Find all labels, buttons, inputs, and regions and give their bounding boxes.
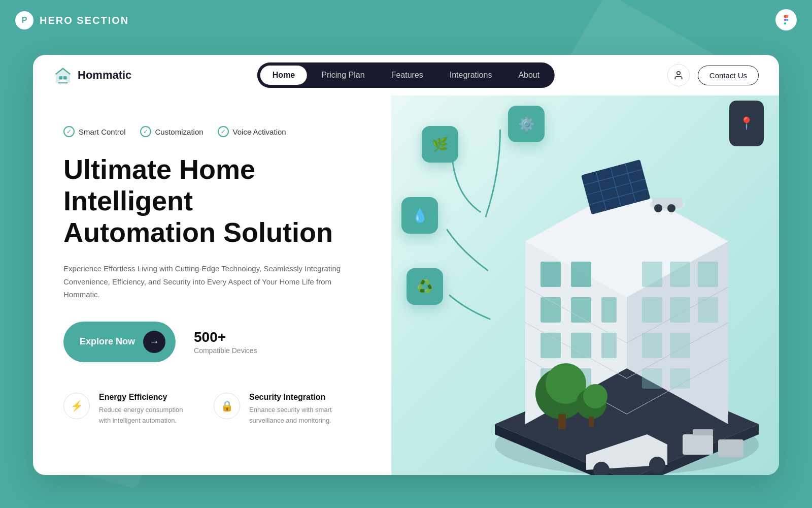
navbar: Hommatic Home Pricing Plan Features Inte…: [33, 55, 779, 96]
feature-cards: ⚡ Energy Efficiency Reduce energy consum…: [63, 393, 366, 426]
building-illustration: [434, 96, 779, 475]
check-icon-2: ✓: [140, 126, 151, 137]
svg-rect-1: [63, 76, 67, 80]
svg-rect-6: [571, 262, 591, 287]
contact-button[interactable]: Contact Us: [698, 66, 759, 85]
svg-rect-48: [683, 434, 713, 455]
nav-item-home[interactable]: Home: [260, 66, 307, 85]
logo-area: Hommatic: [53, 66, 131, 85]
hero-left: ✓ Smart Control ✓ Customization ✓ Voice …: [33, 96, 391, 446]
explore-arrow-icon: →: [143, 331, 165, 353]
check-icon-3: ✓: [218, 126, 229, 137]
topbar-title: HERO SECTION: [40, 15, 129, 26]
svg-rect-20: [698, 297, 718, 323]
svg-rect-5: [540, 262, 561, 287]
hero-right: 🌿 ⚙️ 💧 ♻️ 📍: [391, 96, 779, 475]
feature-card-security: 🔒 Security Integration Enhance security …: [214, 393, 346, 426]
svg-rect-23: [642, 368, 662, 389]
badge-customization: ✓ Customization: [140, 126, 204, 137]
svg-rect-15: [642, 262, 662, 287]
security-icon: 🔒: [214, 393, 240, 419]
top-bar: P HERO SECTION: [15, 11, 129, 29]
svg-rect-8: [571, 297, 591, 323]
user-icon: [673, 70, 684, 80]
explore-now-button[interactable]: Explore Now →: [63, 322, 176, 362]
feature-card-energy: ⚡ Energy Efficiency Reduce energy consum…: [63, 393, 195, 426]
main-card: Hommatic Home Pricing Plan Features Inte…: [33, 55, 779, 475]
user-icon-button[interactable]: [667, 64, 690, 86]
energy-desc: Reduce energy consumption with intellige…: [99, 405, 195, 426]
stat-block: 500+ Compatible Devices: [194, 329, 257, 355]
nav-item-features[interactable]: Features: [379, 66, 435, 85]
svg-rect-0: [59, 76, 62, 80]
badge-smart-control: ✓ Smart Control: [63, 126, 126, 137]
svg-rect-50: [718, 439, 743, 457]
nav-item-integrations[interactable]: Integrations: [437, 66, 504, 85]
figma-icon[interactable]: [775, 9, 797, 30]
security-desc: Enhance security with smart surveillance…: [249, 405, 346, 426]
stat-label: Compatible Devices: [194, 346, 257, 355]
topbar-logo: P: [15, 11, 33, 29]
hero-title: Ultimate Home Intelligent Automation Sol…: [63, 153, 366, 248]
svg-rect-12: [601, 333, 617, 358]
nav-right: Contact Us: [667, 64, 759, 86]
svg-point-46: [583, 384, 607, 408]
nav-item-about[interactable]: About: [506, 66, 552, 85]
illustration-area: 🌿 ⚙️ 💧 ♻️ 📍: [391, 96, 779, 475]
logo-icon: [53, 66, 73, 85]
svg-point-52: [649, 457, 665, 473]
svg-point-3: [676, 72, 680, 75]
svg-rect-49: [693, 429, 713, 435]
check-icon-1: ✓: [63, 126, 75, 137]
svg-rect-11: [571, 333, 591, 358]
float-card-3: 💧: [401, 197, 438, 234]
svg-rect-18: [642, 297, 662, 323]
svg-rect-9: [601, 297, 617, 323]
cta-row: Explore Now → 500+ Compatible Devices: [63, 322, 366, 362]
nav-menu: Home Pricing Plan Features Integrations …: [257, 62, 555, 88]
svg-point-41: [667, 204, 675, 212]
svg-point-40: [654, 204, 662, 212]
security-title: Security Integration: [249, 393, 346, 402]
svg-rect-2: [58, 82, 68, 83]
svg-rect-21: [642, 333, 662, 358]
svg-rect-47: [589, 417, 594, 427]
hero-description: Experience Effortless Living with Cuttin…: [63, 262, 348, 301]
energy-title: Energy Efficiency: [99, 393, 195, 402]
feature-badges: ✓ Smart Control ✓ Customization ✓ Voice …: [63, 126, 366, 137]
energy-icon: ⚡: [63, 393, 90, 419]
badge-voice: ✓ Voice Activation: [218, 126, 286, 137]
stat-number: 500+: [194, 329, 257, 345]
svg-rect-16: [670, 262, 690, 287]
brand-name: Hommatic: [78, 69, 131, 82]
nav-item-pricing[interactable]: Pricing Plan: [309, 66, 377, 85]
svg-rect-17: [698, 262, 718, 287]
svg-rect-44: [558, 414, 566, 429]
hero-content: ✓ Smart Control ✓ Customization ✓ Voice …: [33, 96, 779, 475]
svg-rect-24: [670, 368, 690, 389]
